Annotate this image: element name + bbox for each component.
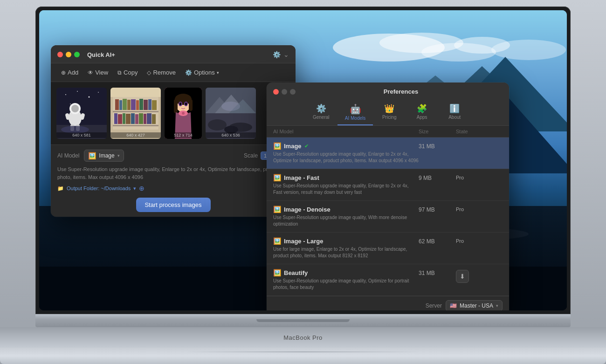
model-row-denoise[interactable]: 🖼️ Image - Denoise Use Super-Resolution … [267, 201, 509, 233]
start-process-button[interactable]: Start process images [136, 198, 211, 212]
svg-rect-47 [114, 113, 117, 124]
macbook-label: MacBook Pro [283, 334, 323, 341]
image-label-anime: 512 x 714 [165, 132, 202, 138]
svg-point-75 [208, 119, 227, 130]
preferences-window: Preferences ⚙️ General 🤖 AI Models 👑 [267, 82, 509, 310]
svg-rect-52 [135, 114, 138, 124]
copy-icon: ⧉ [117, 69, 122, 76]
ai-model-select[interactable]: 🖼️ Image ▾ [84, 150, 124, 162]
image-thumb-landscape[interactable]: 640 x 536 [206, 88, 256, 139]
svg-rect-49 [123, 113, 125, 124]
tab-general-label: General [313, 115, 330, 120]
model-name-section-large: 🖼️ Image - Large Use for large image, En… [273, 237, 419, 259]
image-label-landscape: 640 x 536 [206, 132, 256, 138]
image-thumb-library[interactable]: 640 x 427 [110, 88, 161, 139]
macbook-label-row: MacBook Pro [0, 327, 606, 348]
model-name-image: Image [284, 143, 302, 150]
pref-close-button[interactable] [273, 89, 279, 95]
svg-rect-50 [126, 114, 131, 124]
model-size-denoise: 97 MB [419, 206, 456, 213]
output-folder-link[interactable]: Output Folder: ~/Downloads [67, 185, 131, 191]
model-name-row-beautify: 🖼️ Beautify [273, 269, 419, 276]
copy-button[interactable]: ⧉ Copy [114, 67, 141, 78]
model-icon-large: 🖼️ [273, 237, 281, 245]
options-button[interactable]: ⚙️ Options ▾ [181, 67, 223, 78]
tab-apps[interactable]: 🧩 Apps [406, 101, 438, 125]
svg-rect-57 [110, 88, 161, 97]
model-icon-denoise: 🖼️ [273, 206, 281, 213]
svg-rect-36 [113, 125, 158, 126]
model-select-chevron: ▾ [117, 153, 120, 158]
view-button[interactable]: 👁 View [84, 67, 112, 78]
model-desc-fast: Use Super-Resolution upgrade image quali… [273, 183, 419, 196]
svg-point-27 [71, 105, 79, 112]
image-thumb-anime[interactable]: 512 x 714 [165, 88, 202, 139]
tab-general[interactable]: ⚙️ General [305, 101, 337, 125]
svg-point-69 [182, 112, 185, 115]
add-icon: ⊕ [61, 69, 66, 76]
model-description: Use Super-Resolution upgrade image quali… [57, 165, 289, 181]
minimize-button[interactable] [66, 52, 71, 57]
server-select[interactable]: 🇺🇸 Master - USA ▾ [446, 300, 503, 310]
image-label-library: 640 x 427 [110, 132, 161, 138]
svg-point-66 [179, 103, 181, 105]
ai-model-label: AI Model [57, 152, 79, 159]
model-name-row-image: 🖼️ Image ✔ [273, 142, 419, 150]
window-title-icons: ⚙️ ⌄ [273, 51, 289, 58]
svg-rect-42 [136, 100, 139, 110]
about-icon: ℹ️ [449, 103, 460, 114]
quick-ai-window: Quick AI+ ⚙️ ⌄ ⊕ Add 👁 View [51, 45, 296, 217]
preferences-titlebar: Preferences ⚙️ General 🤖 AI Models 👑 [267, 82, 509, 126]
model-row-beautify[interactable]: 🖼️ Beautify Use Super-Resolution upgrade… [267, 264, 509, 296]
server-row: Server 🇺🇸 Master - USA ▾ [267, 296, 509, 310]
pref-title-row: Preferences [273, 88, 503, 95]
model-row-fast[interactable]: 🖼️ Image - Fast Use Super-Resolution upg… [267, 169, 509, 201]
model-icon-fast: 🖼️ [273, 174, 281, 181]
model-icon-beautify: 🖼️ [273, 269, 281, 276]
pref-maximize-button[interactable] [290, 89, 296, 95]
add-button[interactable]: ⊕ Add [57, 67, 82, 78]
image-thumb-astronaut[interactable]: 640 x 581 [56, 88, 107, 139]
macbook-stand [0, 348, 606, 364]
svg-point-23 [98, 92, 99, 93]
server-value: Master - USA [460, 302, 493, 309]
pref-traffic-lights [273, 89, 296, 95]
toolbar: ⊕ Add 👁 View ⧉ Copy ◇ Remove [51, 63, 296, 82]
model-select-row: AI Model 🖼️ Image ▾ Scale 1X 2X [57, 150, 289, 162]
ai-models-icon: 🤖 [350, 103, 361, 115]
folder-icon: 📁 [57, 185, 64, 192]
close-button[interactable] [57, 52, 63, 57]
svg-rect-39 [123, 99, 127, 110]
tab-ai-models-label: AI Models [345, 116, 365, 121]
model-state-denoise: Pro [456, 206, 503, 212]
svg-rect-63 [189, 99, 193, 111]
pref-minimize-button[interactable] [282, 89, 287, 95]
svg-rect-54 [144, 114, 146, 124]
model-size-fast: 9 MB [419, 174, 456, 181]
screen: Quick AI+ ⚙️ ⌄ ⊕ Add 👁 View [39, 10, 567, 310]
server-select-chevron: ▾ [496, 303, 498, 308]
download-button-beautify[interactable]: ⬇ [456, 270, 469, 283]
model-row-large[interactable]: 🖼️ Image - Large Use for large image, En… [267, 233, 509, 264]
svg-rect-37 [115, 99, 119, 110]
model-name-denoise: Image - Denoise [284, 206, 331, 213]
output-plus-icon[interactable]: ⊕ [139, 185, 145, 192]
tab-ai-models[interactable]: 🤖 AI Models [337, 101, 373, 125]
model-name-row-large: 🖼️ Image - Large [273, 237, 419, 245]
gear-icon[interactable]: ⚙️ [273, 51, 281, 58]
chevron-down-icon[interactable]: ⌄ [283, 51, 289, 58]
svg-rect-48 [118, 114, 122, 124]
tab-pricing[interactable]: 👑 Pricing [373, 101, 406, 125]
svg-rect-46 [152, 100, 157, 110]
model-icon-image: 🖼️ [273, 142, 281, 150]
svg-rect-53 [139, 113, 143, 124]
model-row-image[interactable]: 🖼️ Image ✔ Use Super-Resolution upgrade … [267, 137, 509, 169]
svg-rect-44 [144, 100, 148, 110]
maximize-button[interactable] [74, 52, 80, 57]
svg-rect-35 [113, 111, 158, 112]
preferences-tabs: ⚙️ General 🤖 AI Models 👑 Pricing 🧩 [273, 101, 503, 125]
remove-button[interactable]: ◇ Remove [143, 67, 179, 78]
tab-about[interactable]: ℹ️ About [438, 101, 471, 125]
options-chevron-icon: ▾ [217, 70, 219, 75]
model-desc-image: Use Super-Resolution upgrade image quali… [273, 151, 419, 164]
